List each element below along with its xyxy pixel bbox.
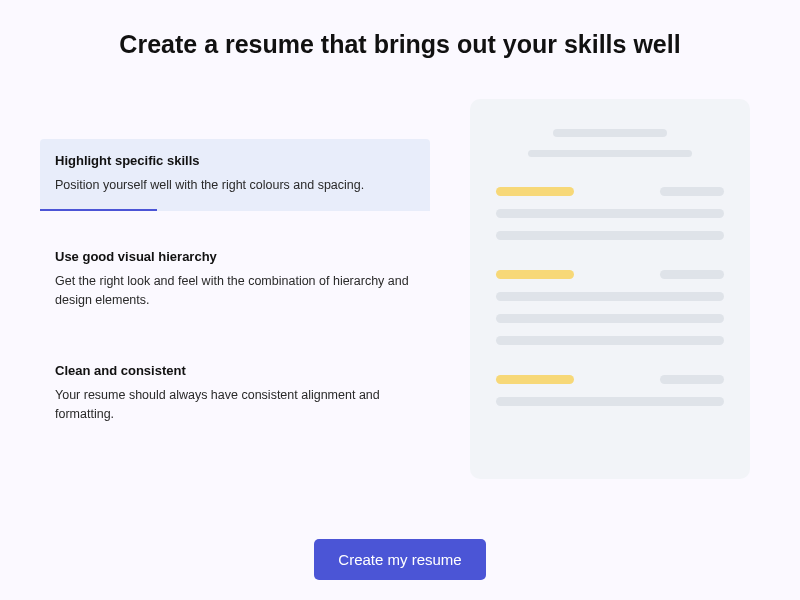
- preview-line: [496, 187, 574, 196]
- preview-line: [496, 397, 724, 406]
- option-title: Use good visual hierarchy: [55, 249, 415, 264]
- preview-line: [496, 231, 724, 240]
- main-content: Highlight specific skills Position yours…: [40, 99, 760, 527]
- preview-line: [660, 270, 724, 279]
- preview-panel: [460, 99, 760, 527]
- preview-line: [496, 375, 574, 384]
- options-list: Highlight specific skills Position yours…: [40, 99, 430, 527]
- preview-line: [496, 292, 724, 301]
- preview-line: [496, 336, 724, 345]
- preview-row: [496, 270, 724, 292]
- preview-line: [660, 187, 724, 196]
- resume-preview: [470, 99, 750, 479]
- preview-line: [528, 150, 692, 157]
- option-description: Position yourself well with the right co…: [55, 176, 415, 195]
- preview-line: [496, 209, 724, 218]
- preview-line: [496, 270, 574, 279]
- preview-line: [496, 314, 724, 323]
- option-underline-indicator: [40, 209, 157, 211]
- option-highlight-skills[interactable]: Highlight specific skills Position yours…: [40, 139, 430, 211]
- preview-line: [553, 129, 667, 137]
- create-resume-button[interactable]: Create my resume: [314, 539, 485, 580]
- option-clean-consistent[interactable]: Clean and consistent Your resume should …: [40, 349, 430, 440]
- preview-row: [496, 375, 724, 397]
- option-title: Highlight specific skills: [55, 153, 415, 168]
- preview-line: [660, 375, 724, 384]
- option-visual-hierarchy[interactable]: Use good visual hierarchy Get the right …: [40, 235, 430, 326]
- option-description: Your resume should always have consisten…: [55, 386, 415, 424]
- preview-row: [496, 187, 724, 209]
- option-title: Clean and consistent: [55, 363, 415, 378]
- option-description: Get the right look and feel with the com…: [55, 272, 415, 310]
- footer: Create my resume: [40, 527, 760, 580]
- page-title: Create a resume that brings out your ski…: [40, 30, 760, 59]
